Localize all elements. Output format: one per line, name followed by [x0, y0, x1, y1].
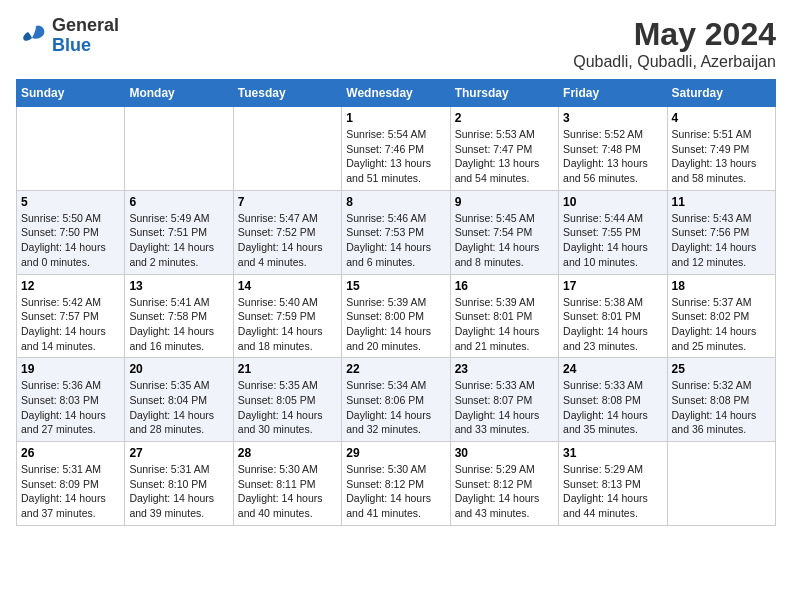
- day-number: 15: [346, 279, 445, 293]
- day-number: 1: [346, 111, 445, 125]
- calendar-cell: 3Sunrise: 5:52 AMSunset: 7:48 PMDaylight…: [559, 107, 667, 191]
- calendar-cell: 26Sunrise: 5:31 AMSunset: 8:09 PMDayligh…: [17, 442, 125, 526]
- day-number: 22: [346, 362, 445, 376]
- day-info: Sunrise: 5:45 AMSunset: 7:54 PMDaylight:…: [455, 211, 554, 270]
- day-number: 19: [21, 362, 120, 376]
- day-number: 26: [21, 446, 120, 460]
- day-number: 25: [672, 362, 771, 376]
- day-info: Sunrise: 5:39 AMSunset: 8:00 PMDaylight:…: [346, 295, 445, 354]
- calendar-header-row: SundayMondayTuesdayWednesdayThursdayFrid…: [17, 80, 776, 107]
- day-info: Sunrise: 5:31 AMSunset: 8:09 PMDaylight:…: [21, 462, 120, 521]
- day-info: Sunrise: 5:33 AMSunset: 8:07 PMDaylight:…: [455, 378, 554, 437]
- day-number: 6: [129, 195, 228, 209]
- calendar-header-thursday: Thursday: [450, 80, 558, 107]
- calendar-cell: 15Sunrise: 5:39 AMSunset: 8:00 PMDayligh…: [342, 274, 450, 358]
- calendar-week-row: 1Sunrise: 5:54 AMSunset: 7:46 PMDaylight…: [17, 107, 776, 191]
- calendar-cell: 12Sunrise: 5:42 AMSunset: 7:57 PMDayligh…: [17, 274, 125, 358]
- calendar-cell: 4Sunrise: 5:51 AMSunset: 7:49 PMDaylight…: [667, 107, 775, 191]
- logo-text: General Blue: [52, 16, 119, 56]
- calendar-cell: 31Sunrise: 5:29 AMSunset: 8:13 PMDayligh…: [559, 442, 667, 526]
- day-number: 18: [672, 279, 771, 293]
- calendar-header-monday: Monday: [125, 80, 233, 107]
- calendar-week-row: 26Sunrise: 5:31 AMSunset: 8:09 PMDayligh…: [17, 442, 776, 526]
- day-number: 8: [346, 195, 445, 209]
- day-info: Sunrise: 5:49 AMSunset: 7:51 PMDaylight:…: [129, 211, 228, 270]
- calendar-header-saturday: Saturday: [667, 80, 775, 107]
- day-number: 29: [346, 446, 445, 460]
- day-info: Sunrise: 5:32 AMSunset: 8:08 PMDaylight:…: [672, 378, 771, 437]
- day-info: Sunrise: 5:30 AMSunset: 8:11 PMDaylight:…: [238, 462, 337, 521]
- day-info: Sunrise: 5:42 AMSunset: 7:57 PMDaylight:…: [21, 295, 120, 354]
- day-info: Sunrise: 5:40 AMSunset: 7:59 PMDaylight:…: [238, 295, 337, 354]
- calendar-header-wednesday: Wednesday: [342, 80, 450, 107]
- day-info: Sunrise: 5:51 AMSunset: 7:49 PMDaylight:…: [672, 127, 771, 186]
- day-number: 21: [238, 362, 337, 376]
- calendar-cell: 28Sunrise: 5:30 AMSunset: 8:11 PMDayligh…: [233, 442, 341, 526]
- day-number: 12: [21, 279, 120, 293]
- day-info: Sunrise: 5:29 AMSunset: 8:13 PMDaylight:…: [563, 462, 662, 521]
- day-info: Sunrise: 5:37 AMSunset: 8:02 PMDaylight:…: [672, 295, 771, 354]
- calendar-cell: 25Sunrise: 5:32 AMSunset: 8:08 PMDayligh…: [667, 358, 775, 442]
- calendar-cell: 22Sunrise: 5:34 AMSunset: 8:06 PMDayligh…: [342, 358, 450, 442]
- calendar-table: SundayMondayTuesdayWednesdayThursdayFrid…: [16, 79, 776, 526]
- calendar-cell: 19Sunrise: 5:36 AMSunset: 8:03 PMDayligh…: [17, 358, 125, 442]
- day-info: Sunrise: 5:31 AMSunset: 8:10 PMDaylight:…: [129, 462, 228, 521]
- calendar-cell: 30Sunrise: 5:29 AMSunset: 8:12 PMDayligh…: [450, 442, 558, 526]
- day-info: Sunrise: 5:50 AMSunset: 7:50 PMDaylight:…: [21, 211, 120, 270]
- day-number: 5: [21, 195, 120, 209]
- calendar-cell: 11Sunrise: 5:43 AMSunset: 7:56 PMDayligh…: [667, 190, 775, 274]
- day-number: 28: [238, 446, 337, 460]
- day-number: 17: [563, 279, 662, 293]
- calendar-cell: [667, 442, 775, 526]
- day-number: 11: [672, 195, 771, 209]
- calendar-cell: 18Sunrise: 5:37 AMSunset: 8:02 PMDayligh…: [667, 274, 775, 358]
- day-number: 31: [563, 446, 662, 460]
- day-info: Sunrise: 5:44 AMSunset: 7:55 PMDaylight:…: [563, 211, 662, 270]
- calendar-cell: 2Sunrise: 5:53 AMSunset: 7:47 PMDaylight…: [450, 107, 558, 191]
- logo: General Blue: [16, 16, 119, 56]
- calendar-cell: 8Sunrise: 5:46 AMSunset: 7:53 PMDaylight…: [342, 190, 450, 274]
- day-number: 4: [672, 111, 771, 125]
- day-number: 30: [455, 446, 554, 460]
- logo-blue: Blue: [52, 35, 91, 55]
- day-number: 10: [563, 195, 662, 209]
- day-number: 16: [455, 279, 554, 293]
- calendar-week-row: 5Sunrise: 5:50 AMSunset: 7:50 PMDaylight…: [17, 190, 776, 274]
- calendar-cell: [17, 107, 125, 191]
- title-block: May 2024 Qubadli, Qubadli, Azerbaijan: [573, 16, 776, 71]
- calendar-cell: 7Sunrise: 5:47 AMSunset: 7:52 PMDaylight…: [233, 190, 341, 274]
- calendar-cell: 1Sunrise: 5:54 AMSunset: 7:46 PMDaylight…: [342, 107, 450, 191]
- day-info: Sunrise: 5:39 AMSunset: 8:01 PMDaylight:…: [455, 295, 554, 354]
- day-info: Sunrise: 5:33 AMSunset: 8:08 PMDaylight:…: [563, 378, 662, 437]
- day-info: Sunrise: 5:53 AMSunset: 7:47 PMDaylight:…: [455, 127, 554, 186]
- logo-bird-icon: [16, 22, 48, 50]
- day-info: Sunrise: 5:30 AMSunset: 8:12 PMDaylight:…: [346, 462, 445, 521]
- logo-general: General: [52, 15, 119, 35]
- calendar-cell: 14Sunrise: 5:40 AMSunset: 7:59 PMDayligh…: [233, 274, 341, 358]
- day-info: Sunrise: 5:54 AMSunset: 7:46 PMDaylight:…: [346, 127, 445, 186]
- calendar-cell: 23Sunrise: 5:33 AMSunset: 8:07 PMDayligh…: [450, 358, 558, 442]
- day-info: Sunrise: 5:34 AMSunset: 8:06 PMDaylight:…: [346, 378, 445, 437]
- day-number: 2: [455, 111, 554, 125]
- day-info: Sunrise: 5:35 AMSunset: 8:04 PMDaylight:…: [129, 378, 228, 437]
- calendar-cell: 24Sunrise: 5:33 AMSunset: 8:08 PMDayligh…: [559, 358, 667, 442]
- day-number: 3: [563, 111, 662, 125]
- calendar-cell: 13Sunrise: 5:41 AMSunset: 7:58 PMDayligh…: [125, 274, 233, 358]
- day-number: 27: [129, 446, 228, 460]
- day-number: 20: [129, 362, 228, 376]
- calendar-cell: 20Sunrise: 5:35 AMSunset: 8:04 PMDayligh…: [125, 358, 233, 442]
- day-info: Sunrise: 5:52 AMSunset: 7:48 PMDaylight:…: [563, 127, 662, 186]
- day-number: 24: [563, 362, 662, 376]
- day-info: Sunrise: 5:38 AMSunset: 8:01 PMDaylight:…: [563, 295, 662, 354]
- day-number: 9: [455, 195, 554, 209]
- day-info: Sunrise: 5:29 AMSunset: 8:12 PMDaylight:…: [455, 462, 554, 521]
- calendar-week-row: 12Sunrise: 5:42 AMSunset: 7:57 PMDayligh…: [17, 274, 776, 358]
- calendar-cell: 21Sunrise: 5:35 AMSunset: 8:05 PMDayligh…: [233, 358, 341, 442]
- day-number: 23: [455, 362, 554, 376]
- page-title: May 2024: [573, 16, 776, 53]
- day-info: Sunrise: 5:46 AMSunset: 7:53 PMDaylight:…: [346, 211, 445, 270]
- day-info: Sunrise: 5:43 AMSunset: 7:56 PMDaylight:…: [672, 211, 771, 270]
- day-number: 7: [238, 195, 337, 209]
- calendar-header-friday: Friday: [559, 80, 667, 107]
- page-subtitle: Qubadli, Qubadli, Azerbaijan: [573, 53, 776, 71]
